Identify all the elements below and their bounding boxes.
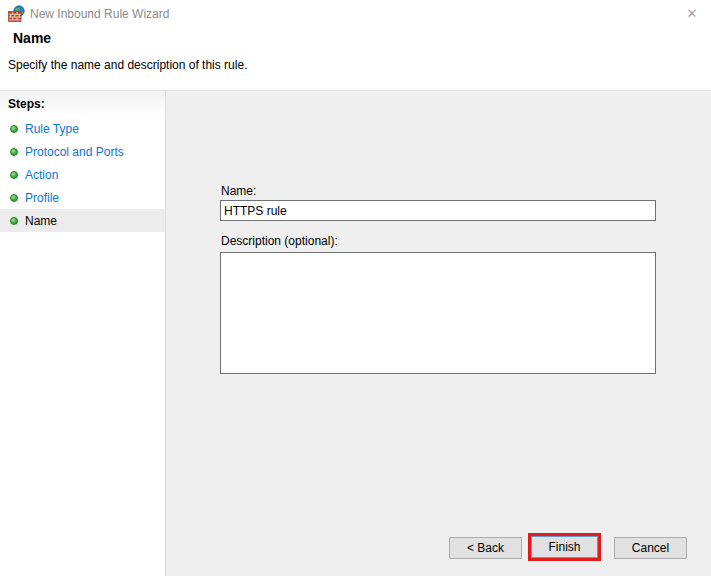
firewall-icon <box>8 5 25 22</box>
step-bullet-icon <box>10 125 18 133</box>
wizard-dialog: New Inbound Rule Wizard ✕ Name Specify t… <box>0 0 711 576</box>
finish-button-highlight: Finish <box>528 533 601 561</box>
step-label: Rule Type <box>25 122 79 136</box>
back-button[interactable]: < Back <box>449 537 522 559</box>
sidebar-item-name[interactable]: Name <box>0 209 165 232</box>
sidebar-item-profile[interactable]: Profile <box>0 186 165 209</box>
description-textarea[interactable] <box>220 252 656 374</box>
wizard-body: Steps: Rule Type Protocol and Ports Acti… <box>0 90 711 576</box>
step-label: Profile <box>25 191 59 205</box>
window-title: New Inbound Rule Wizard <box>30 0 169 28</box>
steps-heading: Steps: <box>0 91 165 117</box>
title-bar: New Inbound Rule Wizard ✕ <box>0 0 711 28</box>
step-bullet-icon <box>10 194 18 202</box>
page-subtitle: Specify the name and description of this… <box>8 58 247 72</box>
step-label: Action <box>25 168 58 182</box>
description-field-label: Description (optional): <box>221 234 338 248</box>
cancel-button[interactable]: Cancel <box>614 537 687 559</box>
sidebar-item-protocol-and-ports[interactable]: Protocol and Ports <box>0 140 165 163</box>
sidebar-item-action[interactable]: Action <box>0 163 165 186</box>
step-label: Protocol and Ports <box>25 145 124 159</box>
main-panel: Name: Description (optional): < Back Fin… <box>166 91 711 576</box>
rule-name-input[interactable] <box>220 200 656 221</box>
step-bullet-icon <box>10 148 18 156</box>
step-label: Name <box>25 214 57 228</box>
step-bullet-icon <box>10 171 18 179</box>
sidebar-item-rule-type[interactable]: Rule Type <box>0 117 165 140</box>
name-field-label: Name: <box>221 184 256 198</box>
finish-button[interactable]: Finish <box>531 536 598 558</box>
page-title: Name <box>13 30 51 46</box>
close-icon[interactable]: ✕ <box>681 4 703 24</box>
steps-sidebar: Steps: Rule Type Protocol and Ports Acti… <box>0 91 166 576</box>
step-bullet-icon <box>10 217 18 225</box>
